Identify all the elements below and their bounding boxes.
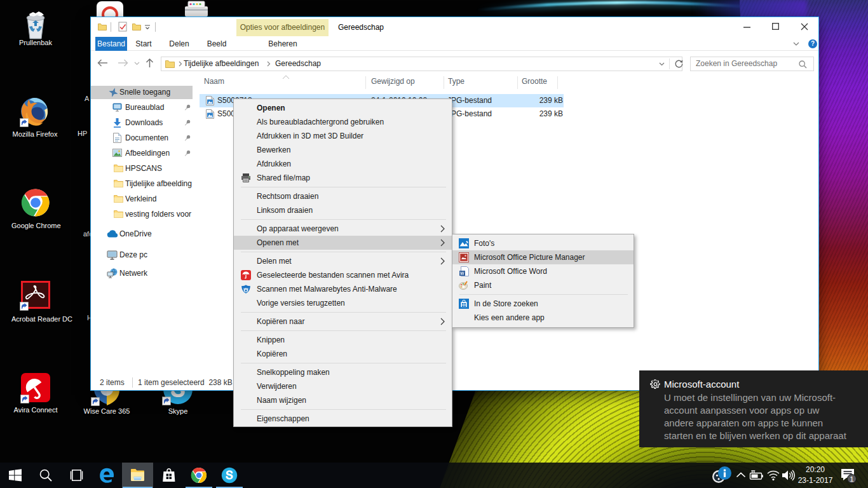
svg-text:1: 1 bbox=[850, 475, 853, 483]
